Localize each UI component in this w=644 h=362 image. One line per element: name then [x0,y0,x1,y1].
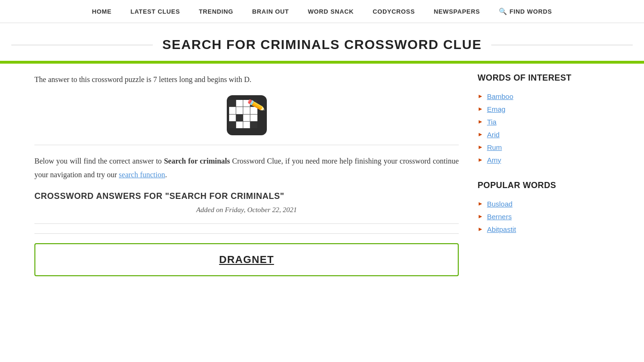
word-link-berners[interactable]: Berners [487,213,512,221]
content-divider-2 [34,223,459,224]
intro-text: The answer to this crossword puzzle is 7… [34,73,459,86]
list-item: ► Busload [478,197,610,210]
list-item: ► Tia [478,115,610,128]
sidebar: WORDS OF INTEREST ► Bamboo ► Emag ► Tia … [478,73,610,276]
crossword-app-icon: ✏️ [227,95,267,135]
answer-box: DRAGNET [34,243,459,276]
nav-newspapers[interactable]: NEWSPAPERS [424,0,489,23]
crossword-image-container: ✏️ [34,95,459,135]
answers-heading-before: CROSSWORD ANSWERS FOR [34,191,165,201]
body-before: Below you will find the correct answer t… [34,157,164,165]
word-link-amy[interactable]: Amy [487,156,501,164]
popular-words-section: POPULAR WORDS ► Busload ► Berners ► Abit… [478,181,610,236]
search-icon: 🔍 [499,8,507,15]
nav-trending[interactable]: TRENDING [190,0,243,23]
word-link-busload[interactable]: Busload [487,200,512,208]
list-item: ► Emag [478,103,610,115]
content-divider-1 [34,145,459,145]
word-link-tia[interactable]: Tia [487,118,496,126]
word-link-bamboo[interactable]: Bamboo [487,92,513,100]
body-text: Below you will find the correct answer t… [34,155,459,182]
page-header: SEARCH FOR CRIMINALS CROSSWORD CLUE [0,23,644,61]
main-container: The answer to this crossword puzzle is 7… [16,64,628,286]
header-line-right [491,45,633,45]
nav-codycross[interactable]: CODYCROSS [363,0,424,23]
arrow-icon: ► [478,226,483,233]
list-item: ► Abitpastit [478,223,610,236]
search-function-link[interactable]: search function [119,171,165,179]
arrow-icon: ► [478,200,483,207]
list-item: ► Amy [478,154,610,166]
arrow-icon: ► [478,213,483,220]
answers-heading-quoted: "SEARCH FOR CRIMINALS" [165,191,284,201]
body-bold: Search for criminals [164,157,230,165]
list-item: ► Rum [478,141,610,154]
nav-word-snack[interactable]: WORD SNACK [298,0,363,23]
words-of-interest-list: ► Bamboo ► Emag ► Tia ► Arid ► Rum [478,90,610,166]
nav-brain-out[interactable]: BRAIN OUT [243,0,298,23]
arrow-icon: ► [478,106,483,113]
words-of-interest-title: WORDS OF INTEREST [478,73,610,83]
arrow-icon: ► [478,156,483,164]
word-link-arid[interactable]: Arid [487,131,500,139]
list-item: ► Berners [478,210,610,223]
word-link-rum[interactable]: Rum [487,143,502,151]
content-area: The answer to this crossword puzzle is 7… [34,73,459,276]
answers-heading: CROSSWORD ANSWERS FOR "SEARCH FOR CRIMIN… [34,191,459,201]
page-title: SEARCH FOR CRIMINALS CROSSWORD CLUE [162,37,481,52]
nav-home[interactable]: HOME [83,0,121,23]
arrow-icon: ► [478,131,483,138]
popular-words-list: ► Busload ► Berners ► Abitpastit [478,197,610,236]
nav-latest-clues[interactable]: LATEST CLUES [121,0,190,23]
arrow-icon: ► [478,144,483,151]
body-end: . [165,171,167,179]
answer-word: DRAGNET [219,254,274,265]
header-decorative-lines: SEARCH FOR CRIMINALS CROSSWORD CLUE [9,37,635,52]
nav-find-words[interactable]: 🔍 FIND WORDS [489,0,561,23]
list-item: ► Bamboo [478,90,610,103]
content-divider-3 [34,233,459,234]
added-date: Added on Friday, October 22, 2021 [34,206,459,214]
word-link-emag[interactable]: Emag [487,105,505,113]
list-item: ► Arid [478,128,610,141]
main-navigation: HOME LATEST CLUES TRENDING BRAIN OUT WOR… [0,0,644,23]
arrow-icon: ► [478,118,483,125]
header-line-left [11,45,153,45]
words-of-interest-section: WORDS OF INTEREST ► Bamboo ► Emag ► Tia … [478,73,610,166]
popular-words-title: POPULAR WORDS [478,181,610,190]
word-link-abitpastit[interactable]: Abitpastit [487,225,516,233]
arrow-icon: ► [478,93,483,100]
